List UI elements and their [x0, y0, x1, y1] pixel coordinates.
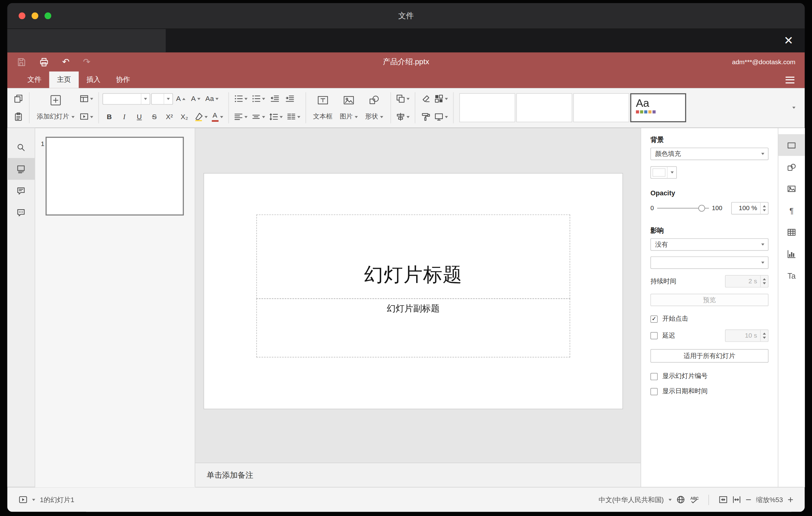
close-icon[interactable]: ✕ [784, 35, 793, 46]
insert-image-button[interactable]: 图片 [336, 89, 361, 125]
tab-file[interactable]: 文件 [20, 71, 49, 88]
opacity-slider-knob[interactable] [698, 205, 705, 212]
spellcheck-icon[interactable]: ABC [690, 495, 698, 504]
background-fill-select[interactable]: 颜色填充 [650, 147, 768, 160]
underline-button[interactable]: U [132, 110, 146, 124]
undo-icon[interactable]: ↶ [62, 57, 69, 66]
numbered-list-button[interactable] [250, 92, 266, 106]
slides-panel-button[interactable] [7, 158, 34, 180]
tab-home[interactable]: 主页 [49, 71, 79, 88]
fill-color-picker[interactable] [650, 166, 677, 179]
paste-button[interactable] [11, 110, 25, 124]
image-settings-button[interactable] [778, 178, 805, 199]
delay-checkbox[interactable] [650, 332, 658, 340]
preview-button[interactable]: 预览 [650, 294, 768, 306]
redo-icon[interactable]: ↷ [83, 57, 90, 66]
increase-indent-button[interactable] [283, 92, 296, 106]
change-case-button[interactable]: Aa [204, 92, 220, 106]
start-slideshow-statusbar-icon[interactable] [19, 495, 27, 504]
format-painter-icon [422, 112, 430, 121]
chart-settings-button[interactable] [778, 243, 805, 264]
subtitle-placeholder[interactable]: 幻灯片副标题 [256, 298, 570, 357]
search-button[interactable] [7, 136, 34, 158]
color-scheme-button[interactable] [433, 92, 450, 106]
font-size-select[interactable] [151, 93, 172, 104]
fit-slide-icon[interactable] [719, 495, 727, 504]
decrease-font-button[interactable]: A [189, 92, 203, 106]
shape-settings-button[interactable] [778, 156, 805, 178]
close-window-button[interactable] [19, 12, 25, 19]
start-on-click-checkbox[interactable]: ✓ [650, 315, 658, 322]
chevron-down-icon[interactable] [32, 499, 35, 501]
align-shapes-button[interactable] [395, 110, 411, 124]
text-art-settings-button[interactable]: Ta [778, 265, 805, 287]
strikethrough-button[interactable]: S [147, 110, 161, 124]
title-placeholder[interactable]: 幻灯片标题 [256, 214, 570, 299]
zoom-window-button[interactable] [45, 12, 51, 19]
theme-option-1[interactable] [459, 93, 515, 122]
print-icon[interactable] [39, 57, 49, 66]
comments-button[interactable] [7, 180, 34, 202]
effect-variant-select[interactable] [650, 256, 768, 269]
copy-style-button[interactable] [419, 110, 433, 124]
insert-shape-button[interactable]: 形状 [361, 89, 387, 125]
tab-insert[interactable]: 插入 [79, 71, 108, 88]
paragraph-settings-button[interactable]: ¶ [778, 199, 805, 221]
font-name-select[interactable] [103, 93, 150, 104]
slide-surface[interactable]: 幻灯片标题 幻灯片副标题 [204, 173, 622, 409]
font-color-button[interactable]: A [210, 110, 225, 124]
save-icon[interactable] [17, 57, 26, 66]
minimize-window-button[interactable] [31, 12, 38, 19]
theme-option-3[interactable] [573, 93, 629, 122]
add-slide-button[interactable]: 添加幻灯片 [33, 89, 78, 125]
image-label: 图片 [340, 112, 353, 121]
table-settings-button[interactable] [778, 221, 805, 243]
spinner-arrows[interactable] [760, 202, 768, 214]
tab-collaborate[interactable]: 协作 [108, 71, 138, 88]
insert-textbox-button[interactable]: 文本框 [310, 89, 336, 125]
slide-settings-button[interactable] [778, 134, 805, 156]
slide-thumbnail[interactable] [46, 137, 184, 216]
zoom-out-button[interactable]: − [746, 495, 752, 505]
notes-input[interactable]: 单击添加备注 [195, 463, 641, 487]
increase-font-button[interactable]: A [174, 92, 187, 106]
chat-button[interactable] [7, 202, 34, 224]
chevron-down-icon [244, 116, 247, 118]
opacity-slider[interactable] [657, 208, 709, 209]
show-slide-number-checkbox[interactable] [650, 373, 658, 380]
theme-option-2[interactable] [517, 93, 572, 122]
opacity-spinner[interactable]: 100 % [731, 202, 768, 214]
fit-width-icon[interactable] [732, 495, 741, 504]
apply-to-all-slides-button[interactable]: 适用于所有幻灯片 [650, 349, 768, 363]
decrease-indent-button[interactable] [267, 92, 281, 106]
highlight-color-button[interactable] [193, 110, 209, 124]
line-spacing-button[interactable] [267, 110, 284, 124]
transition-effect-select[interactable]: 没有 [650, 238, 768, 251]
horizontal-align-button[interactable] [232, 110, 249, 124]
bullet-list-button[interactable] [232, 92, 249, 106]
slide-size-button[interactable] [433, 110, 450, 124]
theme-option-selected[interactable]: Aa [630, 93, 686, 122]
theme-gallery-expand-button[interactable] [787, 93, 801, 122]
arrange-shapes-button[interactable] [395, 92, 411, 106]
globe-icon[interactable] [676, 495, 685, 504]
italic-button[interactable]: I [117, 110, 131, 124]
columns-button[interactable] [285, 110, 302, 124]
show-date-time-checkbox[interactable] [650, 388, 658, 395]
copy-button[interactable] [11, 92, 25, 106]
superscript-button[interactable]: X² [162, 110, 176, 124]
duration-spinner[interactable]: 2 s [725, 275, 768, 287]
delay-spinner[interactable]: 10 s [725, 329, 768, 342]
slide-layout-button[interactable] [78, 92, 95, 106]
slide-canvas[interactable]: 幻灯片标题 幻灯片副标题 [195, 128, 641, 463]
vertical-align-button[interactable] [250, 110, 266, 124]
menu-icon[interactable] [785, 77, 794, 83]
subscript-button[interactable]: X₂ [177, 110, 191, 124]
bold-button[interactable]: B [103, 110, 116, 124]
spinner-arrows[interactable] [760, 330, 768, 341]
clear-style-button[interactable] [419, 92, 433, 106]
zoom-in-button[interactable]: + [788, 495, 793, 505]
spinner-arrows[interactable] [760, 276, 768, 287]
start-slideshow-button[interactable] [78, 110, 95, 124]
language-selector[interactable]: 中文(中华人民共和国) [599, 495, 664, 504]
